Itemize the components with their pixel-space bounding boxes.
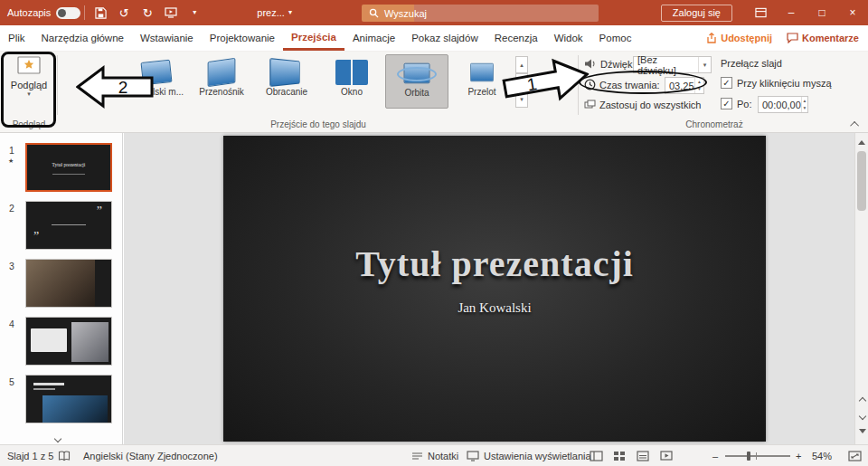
present-icon bbox=[165, 7, 177, 18]
check-icon: ✓ bbox=[722, 99, 730, 109]
thumbnail-number: 4 bbox=[9, 319, 14, 329]
advance-heading: Przełącz slajd bbox=[721, 58, 782, 69]
transition-icon-conveyor bbox=[205, 60, 238, 85]
close-button[interactable]: × bbox=[837, 0, 868, 25]
tab-pokaz-slajdow[interactable]: Pokaz slajdów bbox=[403, 25, 486, 51]
view-slide-sorter-button[interactable] bbox=[613, 445, 626, 466]
collapse-ribbon-button[interactable] bbox=[848, 117, 863, 131]
slide-thumbnail-3[interactable] bbox=[25, 259, 112, 308]
slide-thumbnail-1[interactable]: Tytuł prezentacji bbox=[25, 143, 112, 192]
slide-thumbnail-4[interactable] bbox=[25, 317, 112, 366]
thumbnail-title-text: Tytuł prezentacji bbox=[36, 162, 101, 167]
transition-item-okno[interactable]: Okno bbox=[320, 54, 383, 109]
annotation-box-preview bbox=[1, 52, 56, 128]
spin-up-icon[interactable]: ▴ bbox=[802, 97, 807, 105]
transition-item-przenosnik[interactable]: Przenośnik bbox=[190, 54, 253, 109]
tab-wstawianie[interactable]: Wstawianie bbox=[132, 25, 202, 51]
spin-down-icon[interactable]: ▾ bbox=[802, 105, 807, 113]
search-placeholder: Wyszukaj bbox=[384, 8, 427, 19]
slide-canvas[interactable]: Tytuł prezentacji Jan Kowalski bbox=[223, 136, 766, 442]
after-checkbox[interactable]: ✓ bbox=[721, 98, 732, 109]
next-slide-button[interactable] bbox=[855, 409, 868, 423]
comments-button[interactable]: Komentarze bbox=[787, 33, 859, 43]
proofing-button[interactable] bbox=[58, 445, 71, 466]
status-bar: Slajd 1 z 5 Angielski (Stany Zjednoczone… bbox=[0, 444, 868, 466]
redo-icon: ↻ bbox=[143, 6, 153, 20]
notes-button[interactable]: Notatki bbox=[411, 445, 458, 466]
editor-scrollbar[interactable] bbox=[854, 133, 868, 444]
scroll-up-icon[interactable] bbox=[858, 137, 865, 145]
start-presentation-button[interactable] bbox=[159, 1, 183, 24]
chevron-down-icon[interactable]: ▾ bbox=[698, 57, 711, 72]
display-settings-icon bbox=[467, 451, 479, 461]
zoom-in-button[interactable]: + bbox=[796, 445, 801, 466]
scrollbar-thumb[interactable] bbox=[857, 151, 866, 211]
search-box[interactable]: Wyszukaj bbox=[362, 5, 599, 22]
comment-icon bbox=[787, 33, 798, 43]
view-reading-button[interactable] bbox=[637, 445, 649, 466]
language-status[interactable]: Angielski (Stany Zjednoczone) bbox=[83, 445, 218, 466]
ribbon-display-options-button[interactable] bbox=[745, 0, 776, 25]
transition-icon-orbit bbox=[401, 61, 433, 86]
maximize-button[interactable]: □ bbox=[807, 0, 837, 25]
redo-button[interactable]: ↻ bbox=[136, 1, 159, 24]
spinner-arrows[interactable]: ▴ ▾ bbox=[801, 97, 807, 112]
panel-scroll-down-button[interactable] bbox=[52, 435, 63, 442]
document-title[interactable]: prez... ▾ bbox=[257, 7, 292, 18]
slide-editor-area: Tytuł prezentacji Jan Kowalski bbox=[124, 133, 854, 444]
transition-item-orbita[interactable]: Orbita bbox=[385, 54, 448, 109]
slide-thumbnail-5[interactable] bbox=[25, 375, 112, 423]
powerpoint-window: Autozapis ↺ ↻ ▾ prez... ▾ Wyszukaj Zalog… bbox=[0, 0, 868, 466]
apply-all-icon bbox=[584, 100, 596, 110]
undo-button[interactable]: ↺ bbox=[112, 1, 136, 24]
group-label-chronometraz: Chronometraż bbox=[579, 119, 850, 131]
scroll-down-icon bbox=[859, 429, 866, 437]
zoom-out-button[interactable]: – bbox=[712, 445, 718, 466]
transition-item-obracanie[interactable]: Obracanie bbox=[255, 54, 318, 109]
undo-icon: ↺ bbox=[119, 6, 129, 20]
sign-in-button[interactable]: Zaloguj się bbox=[661, 5, 732, 22]
previous-slide-button[interactable] bbox=[855, 394, 868, 407]
slide-subtitle[interactable]: Jan Kowalski bbox=[223, 300, 766, 316]
share-label: Udostępnij bbox=[721, 33, 772, 43]
normal-view-icon bbox=[590, 451, 603, 461]
save-icon bbox=[95, 7, 107, 19]
tab-plik[interactable]: Plik bbox=[0, 25, 33, 51]
titlebar-right: Zaloguj się – □ × bbox=[661, 0, 868, 25]
window-titlebar: Autozapis ↺ ↻ ▾ prez... ▾ Wyszukaj Zalog… bbox=[0, 0, 868, 25]
scroll-down-button[interactable] bbox=[855, 426, 868, 440]
quick-access-more-button[interactable]: ▾ bbox=[183, 1, 206, 24]
zoom-slider-thumb[interactable] bbox=[747, 452, 750, 461]
tab-animacje[interactable]: Animacje bbox=[344, 25, 403, 51]
chevron-down-icon bbox=[858, 412, 865, 419]
toggle-knob bbox=[58, 9, 66, 17]
after-spinner[interactable]: 00:00,00 ▴ ▾ bbox=[758, 96, 808, 113]
share-button[interactable]: Udostępnij bbox=[706, 33, 772, 43]
apply-to-all-button[interactable]: Zastosuj do wszystkich bbox=[584, 100, 701, 110]
on-click-checkbox[interactable]: ✓ bbox=[721, 77, 732, 89]
tab-narzedzia-glowne[interactable]: Narzędzia główne bbox=[33, 25, 132, 51]
chevron-up-icon bbox=[850, 120, 859, 129]
autosave-label: Autozapis bbox=[7, 7, 51, 18]
sound-row: Dźwięk: bbox=[584, 58, 636, 70]
save-button[interactable] bbox=[89, 1, 112, 24]
minimize-button[interactable]: – bbox=[776, 0, 807, 25]
view-slideshow-button[interactable] bbox=[660, 445, 673, 466]
fit-to-window-button[interactable] bbox=[848, 445, 862, 466]
slide-thumbnail-2[interactable]: ” ” bbox=[25, 201, 112, 250]
autosave-toggle[interactable] bbox=[56, 7, 80, 19]
tab-pomoc[interactable]: Pomoc bbox=[591, 25, 640, 51]
tab-widok[interactable]: Widok bbox=[546, 25, 591, 51]
thumbnail-number: 1 bbox=[9, 145, 14, 156]
view-normal-button[interactable] bbox=[590, 445, 603, 466]
display-settings-button[interactable]: Ustawienia wyświetlania bbox=[467, 445, 591, 466]
slide-thumbnail-panel: 1 ★ Tytuł prezentacji 2 ” ” 3 4 5 bbox=[0, 133, 123, 444]
zoom-slider[interactable] bbox=[725, 455, 790, 457]
tab-recenzja[interactable]: Recenzja bbox=[486, 25, 546, 51]
zoom-level[interactable]: 54% bbox=[812, 445, 832, 466]
tab-przejscia[interactable]: Przejścia bbox=[283, 25, 344, 51]
slide-counter[interactable]: Slajd 1 z 5 bbox=[7, 445, 53, 466]
tab-projektowanie[interactable]: Projektowanie bbox=[202, 25, 283, 51]
slide-title[interactable]: Tytuł prezentacji bbox=[223, 243, 766, 285]
apply-all-label: Zastosuj do wszystkich bbox=[599, 100, 701, 110]
